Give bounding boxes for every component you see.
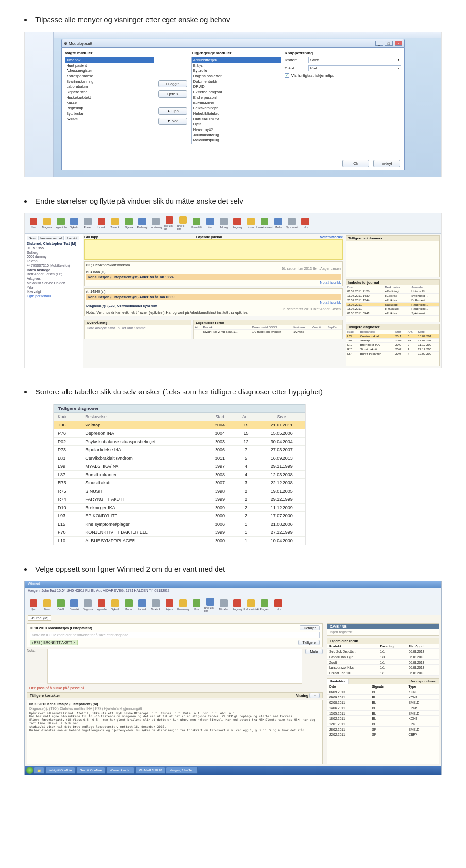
table-row[interactable]: L93EPIKONDYLITT2000217.07.2000 <box>54 512 305 520</box>
toolbar-button[interactable]: Korr <box>191 599 202 611</box>
table-row[interactable]: L87Bursitt trokanter2008412.03.200 <box>346 351 439 356</box>
list-item[interactable]: Etikettskriver <box>192 100 281 105</box>
visning-select[interactable]: ≡ <box>309 693 320 698</box>
toolbar-button[interactable]: Diagnose <box>82 599 94 611</box>
notat-textarea[interactable] <box>47 649 302 684</box>
diag-chip[interactable]: ( R78 ) BRONKITT AKUTT × <box>30 640 78 645</box>
tab-notat[interactable]: Notat <box>27 236 37 240</box>
table-row[interactable]: L15Kne symptomer/plager2006121.08.2006 <box>54 520 305 528</box>
list-item[interactable]: Administrasjon <box>192 57 281 63</box>
list-item[interactable]: Felleskatalogen <box>192 105 281 111</box>
toolbar-button[interactable]: Timebok <box>150 599 162 611</box>
table-row[interactable]: 13.05.2011BLEMELD <box>327 711 439 716</box>
table-row[interactable]: D10Brekninger IKA2009211.12.200 <box>346 342 439 347</box>
list-item[interactable]: Blålys <box>192 63 281 68</box>
table-row[interactable]: Rivotril Tab 2 mg Boks, 1...1/2 tablett … <box>194 330 342 334</box>
checkbox[interactable]: ✓ <box>285 73 289 78</box>
list-item[interactable]: Eksterne program <box>192 89 281 95</box>
table-row[interactable]: R74FARYNGITT AKUTT1999229.12.1999 <box>54 495 305 504</box>
ok-button[interactable]: Ok <box>342 160 369 167</box>
toolbar-button[interactable]: Huskekartotekt <box>259 216 270 231</box>
listbox-tilgjengelige[interactable]: AdministrasjonBlålysBytt rolleDagens pas… <box>191 57 281 144</box>
toolbar-button[interactable]: Diagnose <box>41 216 53 231</box>
table-row[interactable]: R75SINUSITT1998219.01.2005 <box>54 487 305 495</box>
list-item[interactable]: Bytt bruker <box>65 111 154 116</box>
diagnose-search[interactable]: Skriv inn ICPC2 kode eller beskrivelse f… <box>30 632 320 638</box>
tab-lopende[interactable]: Løpende journal <box>38 236 63 240</box>
list-item[interactable]: Helsebiblioteket <box>192 111 281 116</box>
ikoner-select[interactable]: Store▾ <box>308 57 401 63</box>
table-row[interactable]: 06.09.2013BLKONS <box>327 689 439 695</box>
table-row[interactable]: 22.02.2011SFCBRV <box>327 732 439 737</box>
toolbar-button[interactable]: Legemidler <box>96 599 107 611</box>
list-item[interactable]: Timebok <box>65 57 154 63</box>
table-row[interactable]: L10ALBUE SYMPT/PLAGER2000110.04.2000 <box>54 537 305 545</box>
ned-button[interactable]: ▼ Ned <box>158 118 187 125</box>
toolbar-button[interactable]: Kasse <box>245 216 257 231</box>
toolbar-button[interactable]: Regning <box>232 599 243 611</box>
tab-korrespondanse[interactable]: Korrespondanse <box>407 679 439 684</box>
table-row[interactable]: 09.09.2011BLKONS <box>327 695 439 700</box>
table-row[interactable]: 14.06.2011BLEPKR <box>327 705 439 711</box>
taskbar-item[interactable]: WinMed3 3.98.38 <box>135 767 165 774</box>
taskbar-item[interactable]: Winmed kan ik... <box>106 767 134 774</box>
table-row[interactable]: 01.06.2011 09:43eEpikriseSykehuset ... <box>346 311 439 316</box>
close-button[interactable]: × <box>395 41 402 46</box>
toolbar-button[interactable]: Hjem <box>28 599 39 611</box>
toolbar-button[interactable]: Timebok <box>109 216 121 231</box>
toolbar-button[interactable]: Skjema <box>164 599 175 611</box>
listbox-valgte[interactable]: TimebokHent pasientAdresseregisterKorres… <box>65 57 154 144</box>
list-item[interactable]: Svarinnskanning <box>65 79 154 84</box>
list-item[interactable]: Min sykmeldingsstatistikk <box>192 143 281 144</box>
table-row[interactable]: 28.02.2011SFEMELD <box>327 727 439 732</box>
avbryt-button[interactable]: Avbryt <box>373 160 400 167</box>
table-row[interactable]: Panodil Tab 1 g b...1x306.09.2013 <box>327 654 439 660</box>
table-row[interactable]: L87Bursitt trokanter2008412.03.2008 <box>54 471 305 479</box>
toolbar-button[interactable]: Legemidler <box>55 216 67 231</box>
notathist-link[interactable]: Notathistorikk <box>320 235 343 238</box>
tidligere-button[interactable]: Tidligere <box>298 640 320 645</box>
table-row[interactable]: 18.02.2011BLKONS <box>327 716 439 721</box>
toolbar-button[interactable]: Sykmld <box>68 216 80 231</box>
table-row[interactable]: Cozaar Tab 100 ...1x106.09.2013 <box>327 670 439 676</box>
toolbar-button[interactable]: CAVE <box>55 599 67 611</box>
toolbar-button[interactable]: Lab-ark <box>96 216 107 231</box>
list-item[interactable]: Kasse <box>65 100 154 105</box>
table-row[interactable]: P73Bipolar lidelse INA2006727.03.2007 <box>54 446 305 454</box>
list-item[interactable]: Hjelp <box>192 121 281 127</box>
toolbar-button[interactable]: Oversikt <box>68 599 80 611</box>
toolbar-button[interactable]: Lukk <box>272 599 284 611</box>
table-row[interactable]: Selo-Zok Depotta...1x106.09.2013 <box>327 649 439 654</box>
toolbar-button[interactable]: Korr <box>204 216 216 231</box>
gul-lapp-area[interactable] <box>84 239 343 260</box>
toolbar-button[interactable]: Program <box>259 599 270 611</box>
list-item[interactable]: Regnskap <box>65 105 154 111</box>
table-row[interactable]: L83Cervikobrakialt syndrom2011516.09.201… <box>54 454 305 462</box>
toolbar-button[interactable]: Radiologi <box>136 216 148 231</box>
toolbar-button[interactable]: Henvisning <box>150 216 162 231</box>
table-row[interactable]: R75Sinusitt akutt2007322.12.200 <box>346 347 439 351</box>
table-row[interactable]: 16.08.2011 14:30eEpikriseSykehuset ... <box>346 294 439 298</box>
fjern-button[interactable]: Fjern > <box>158 90 187 98</box>
toolbar-button[interactable]: Prøver <box>82 216 94 231</box>
table-row[interactable]: 12.01.2011BLEPK <box>327 721 439 727</box>
taskbar-item[interactable]: 📁 <box>34 767 44 774</box>
detaljer-button[interactable]: Detaljer <box>300 625 320 630</box>
list-item[interactable]: Hva er nytt? <box>192 127 281 132</box>
toolbar-button[interactable]: Prøve <box>123 599 134 611</box>
list-item[interactable]: Huskekartotekt <box>65 95 154 100</box>
list-item[interactable]: Bytt rolle <box>192 68 281 73</box>
list-item[interactable]: Hent pasient <box>65 63 154 68</box>
list-item[interactable]: Journalinnføring <box>192 132 281 137</box>
list-item[interactable]: Avslutt <box>65 116 154 121</box>
list-item[interactable]: Dokumentarkiv <box>192 79 281 84</box>
diagnoser-table[interactable]: KodeBeskrivelseStartAnt.SisteT08Vekttap2… <box>54 413 305 545</box>
list-item[interactable]: Laboratorium <box>65 84 154 89</box>
table-row[interactable]: Zoloft1x106.09.2013 <box>327 660 439 665</box>
list-item[interactable]: Signere svar <box>65 89 154 95</box>
table-row[interactable]: T08Vekttap20041921.01.2011 <box>54 421 305 429</box>
table-row[interactable]: F70KONJUNKTIVITT BAKTERIELL1999127.12.19… <box>54 528 305 537</box>
toolbar-button[interactable]: Lab-ark <box>136 599 148 611</box>
list-item[interactable]: Makroinnspilling <box>192 137 281 143</box>
max-button[interactable]: □ <box>385 41 393 46</box>
